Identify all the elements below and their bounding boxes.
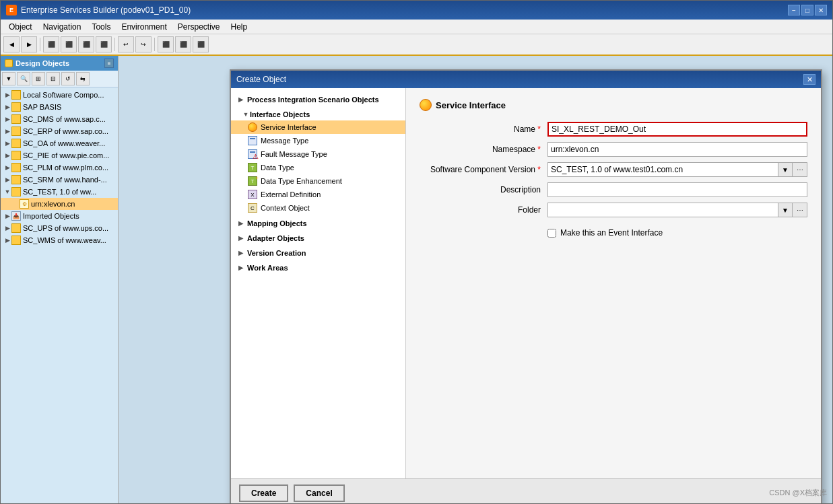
- menu-help[interactable]: Help: [225, 21, 253, 33]
- toolbar: ◀ ▶ ⬛ ⬛ ⬛ ⬛ ↩ ↪ ⬛ ⬛ ⬛: [1, 34, 832, 56]
- toolbar-btn-8[interactable]: ↪: [135, 36, 152, 52]
- required-asterisk-scv: *: [537, 165, 541, 174]
- nav-item-message-type[interactable]: Message Type: [231, 134, 405, 147]
- scv-input-group: ▼ ⋯: [547, 162, 807, 177]
- menu-perspective[interactable]: Perspective: [172, 21, 226, 33]
- menu-environment[interactable]: Environment: [116, 21, 172, 33]
- cancel-button[interactable]: Cancel: [294, 484, 344, 502]
- tree-btn-expand[interactable]: ⊞: [32, 72, 45, 85]
- nav-item-data-type[interactable]: T Data Type: [231, 161, 405, 174]
- left-panel-toolbar: ▼ 🔍 ⊞ ⊟ ↺ ⇆: [1, 71, 118, 87]
- dialog-close-button[interactable]: ✕: [803, 74, 815, 85]
- toolbar-separator-1: [40, 38, 40, 51]
- tree-item-sc-wms[interactable]: ▶ SC_WMS of www.weav...: [1, 234, 118, 246]
- tree-item-sc-test[interactable]: ▼ SC_TEST, 1.0 of ww...: [1, 186, 118, 198]
- toolbar-btn-10[interactable]: ⬛: [175, 36, 191, 52]
- tree-item-urn[interactable]: ⚙ urn:xlevon.cn: [1, 198, 118, 210]
- tree-btn-refresh[interactable]: ↺: [61, 72, 75, 85]
- nav-header-mapping[interactable]: ▶ Mapping Objects: [231, 217, 405, 229]
- tree-label-sc-erp: SC_ERP of www.sap.co...: [23, 127, 108, 135]
- form-row-namespace: Namespace *: [420, 142, 807, 157]
- service-interface-label: Service Interface: [261, 123, 316, 131]
- form-section-icon: [420, 99, 432, 111]
- folder-browse-button[interactable]: ▼: [778, 203, 793, 217]
- panel-icon: [5, 59, 13, 67]
- tree-item-sap-basis[interactable]: ▶ SAP BASIS: [1, 101, 118, 113]
- nav-item-external-definition[interactable]: X External Definition: [231, 188, 405, 201]
- tree-item-imported[interactable]: ▶ 📥 Imported Objects: [1, 210, 118, 222]
- tree-btn-sync[interactable]: ⇆: [76, 72, 90, 85]
- tree-item-sc-dms[interactable]: ▶ SC_DMS of www.sap.c...: [1, 113, 118, 125]
- menu-tools[interactable]: Tools: [86, 21, 116, 33]
- field-description[interactable]: [547, 182, 807, 197]
- nav-item-service-interface[interactable]: Service Interface: [231, 120, 405, 134]
- sc-wms-icon: [11, 236, 21, 245]
- tree-label-sc-plm: SC_PLM of www.plm.co...: [23, 164, 108, 172]
- fault-message-type-icon: ⚠: [247, 149, 258, 159]
- toolbar-btn-4[interactable]: ⬛: [61, 36, 77, 52]
- nav-header-version[interactable]: ▶ Version Creation: [231, 247, 405, 259]
- create-object-dialog: Create Object ✕ ▶ Process Integration Sc…: [230, 69, 822, 503]
- toolbar-btn-7[interactable]: ↩: [118, 36, 134, 52]
- tree-btn-collapse[interactable]: ⊟: [46, 72, 60, 85]
- nav-item-context-object[interactable]: C Context Object: [231, 201, 405, 215]
- scv-select-button[interactable]: ⋯: [793, 162, 807, 177]
- nav-item-fault-message-type[interactable]: ⚠ Fault Message Type: [231, 147, 405, 161]
- expand-sc-plm-icon: ▶: [3, 163, 11, 172]
- nav-item-data-type-enhancement[interactable]: T + Data Type Enhancement: [231, 174, 405, 188]
- menu-navigation[interactable]: Navigation: [38, 21, 87, 33]
- folder-select-button[interactable]: ⋯: [793, 203, 807, 217]
- menu-object[interactable]: Object: [3, 21, 38, 33]
- expand-sc-pie-icon: ▶: [3, 151, 11, 160]
- panel-options-icon[interactable]: ≡: [104, 59, 114, 68]
- data-type-enhancement-label: Data Type Enhancement: [261, 177, 342, 185]
- tree-item-sc-pie[interactable]: ▶ SC_PIE of www.pie.com...: [1, 149, 118, 161]
- watermark: CSDN @X档案库: [769, 488, 827, 498]
- scv-browse-button[interactable]: ▼: [778, 162, 793, 177]
- toolbar-separator-3: [154, 38, 155, 51]
- tree-item-sc-plm[interactable]: ▶ SC_PLM of www.plm.co...: [1, 161, 118, 174]
- toolbar-btn-11[interactable]: ⬛: [193, 36, 209, 52]
- form-section-label: Service Interface: [436, 100, 506, 110]
- toolbar-btn-9[interactable]: ⬛: [158, 36, 174, 52]
- nav-header-process[interactable]: ▶ Process Integration Scenario Objects: [231, 94, 405, 106]
- toolbar-btn-3[interactable]: ⬛: [43, 36, 59, 52]
- tree-item-local[interactable]: ▶ Local Software Compo...: [1, 89, 118, 101]
- field-folder[interactable]: [547, 203, 778, 217]
- tree-item-sc-srm[interactable]: ▶ SC_SRM of www.hand-...: [1, 174, 118, 186]
- sc-plm-icon: [11, 163, 21, 172]
- app-close-button[interactable]: ✕: [815, 5, 827, 15]
- form-row-scv: Software Component Version * ▼ ⋯: [420, 162, 807, 177]
- event-interface-checkbox[interactable]: [547, 229, 556, 238]
- tree-item-sc-erp[interactable]: ▶ SC_ERP of www.sap.co...: [1, 125, 118, 137]
- toolbar-btn-6[interactable]: ⬛: [96, 36, 112, 52]
- nav-section-version: ▶ Version Creation: [231, 247, 405, 259]
- nav-header-work-areas[interactable]: ▶ Work Areas: [231, 262, 405, 274]
- fault-message-type-label: Fault Message Type: [261, 150, 327, 158]
- toolbar-btn-1[interactable]: ◀: [3, 36, 20, 52]
- service-interface-icon: [247, 122, 258, 133]
- tree-btn-search[interactable]: 🔍: [17, 72, 30, 85]
- maximize-button[interactable]: □: [801, 5, 813, 15]
- toolbar-btn-5[interactable]: ⬛: [78, 36, 94, 52]
- minimize-button[interactable]: −: [788, 5, 800, 15]
- dialog-nav: ▶ Process Integration Scenario Objects ▼…: [231, 88, 406, 478]
- create-button[interactable]: Create: [239, 484, 288, 502]
- tree-btn-filter[interactable]: ▼: [2, 72, 15, 85]
- tree-item-sc-ups[interactable]: ▶ SC_UPS of www.ups.co...: [1, 222, 118, 234]
- field-namespace[interactable]: [547, 142, 807, 157]
- event-interface-label[interactable]: Make this an Event Interface: [560, 228, 663, 238]
- tree-item-sc-oa[interactable]: ▶ SC_OA of www.weaver...: [1, 137, 118, 149]
- interface-expand-icon: ▼: [242, 110, 250, 119]
- nav-section-adapter: ▶ Adapter Objects: [231, 232, 405, 244]
- app-title: Enterprise Services Builder (podev01_PD1…: [21, 5, 191, 15]
- nav-header-adapter[interactable]: ▶ Adapter Objects: [231, 232, 405, 244]
- toolbar-btn-2[interactable]: ▶: [21, 36, 37, 52]
- data-type-icon: T: [247, 162, 258, 173]
- tree-label-local: Local Software Compo...: [23, 91, 104, 99]
- app-window: E Enterprise Services Builder (podev01_P…: [0, 0, 833, 504]
- field-name[interactable]: [547, 122, 807, 137]
- field-scv[interactable]: [547, 162, 778, 177]
- expand-imported-icon: ▶: [3, 211, 11, 221]
- nav-subheader-interface[interactable]: ▼ Interface Objects: [231, 108, 405, 120]
